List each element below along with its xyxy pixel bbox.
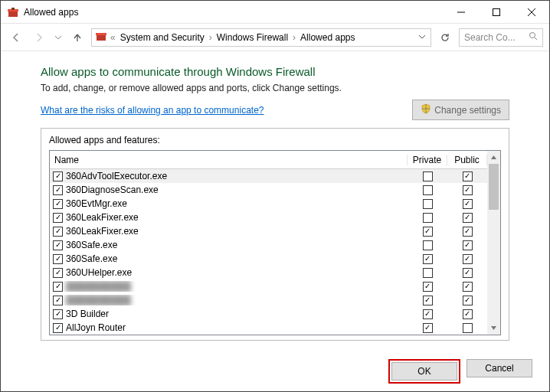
refresh-button[interactable] — [436, 28, 454, 47]
private-checkbox[interactable] — [423, 213, 433, 223]
recent-locations-button[interactable] — [53, 28, 64, 47]
page-subheading: To add, change, or remove allowed apps a… — [41, 83, 509, 93]
private-checkbox[interactable] — [423, 227, 433, 237]
public-checkbox[interactable] — [463, 213, 473, 223]
scrollbar[interactable] — [487, 151, 500, 335]
app-name: 360Safe.exe — [66, 240, 117, 250]
table-row[interactable]: 360AdvToolExecutor.exe — [50, 169, 487, 183]
enabled-checkbox[interactable] — [53, 199, 63, 209]
cancel-button[interactable]: Cancel — [467, 359, 532, 377]
public-checkbox[interactable] — [463, 240, 473, 250]
private-checkbox[interactable] — [423, 282, 433, 292]
shield-icon — [421, 103, 431, 116]
private-checkbox[interactable] — [423, 309, 433, 319]
enabled-checkbox[interactable] — [53, 296, 63, 305]
svg-rect-2 — [11, 8, 15, 10]
table-row[interactable]: AllJoyn Router — [50, 321, 487, 335]
public-checkbox[interactable] — [463, 172, 473, 181]
back-button[interactable] — [7, 28, 25, 47]
minimize-button[interactable] — [444, 1, 479, 24]
table-row[interactable]: 360Safe.exe — [50, 252, 487, 266]
app-name: ██████████ — [66, 281, 131, 292]
svg-line-10 — [535, 38, 537, 40]
app-name: 360Safe.exe — [66, 253, 117, 264]
apps-table: Name Private Public 360AdvToolExecutor.e… — [49, 150, 501, 335]
up-button[interactable] — [68, 28, 87, 47]
public-checkbox[interactable] — [463, 254, 473, 264]
address-bar[interactable]: « System and Security › Windows Firewall… — [91, 28, 431, 47]
col-public[interactable]: Public — [447, 155, 487, 165]
private-checkbox[interactable] — [423, 254, 433, 264]
breadcrumb-item[interactable]: Allowed apps — [299, 32, 356, 43]
svg-rect-8 — [96, 33, 106, 35]
scroll-thumb[interactable] — [489, 164, 499, 210]
table-row[interactable]: 360DiagnoseScan.exe — [50, 183, 487, 197]
col-name[interactable]: Name — [50, 155, 408, 165]
allowed-apps-group: Allowed apps and features: Name Private … — [41, 128, 509, 341]
private-checkbox[interactable] — [423, 185, 433, 195]
ok-button[interactable]: OK — [391, 362, 457, 381]
group-title: Allowed apps and features: — [49, 135, 501, 145]
enabled-checkbox[interactable] — [53, 185, 63, 195]
table-row[interactable]: ██████████ — [50, 293, 487, 307]
enabled-checkbox[interactable] — [53, 227, 63, 237]
search-input[interactable]: Search Co... — [459, 28, 543, 47]
close-button[interactable] — [514, 1, 549, 24]
enabled-checkbox[interactable] — [53, 172, 63, 181]
risks-link[interactable]: What are the risks of allowing an app to… — [41, 105, 264, 116]
app-name: AllJoyn Router — [66, 322, 126, 333]
change-settings-button[interactable]: Change settings — [412, 100, 509, 120]
ok-highlight: OK — [388, 359, 460, 384]
table-row[interactable]: 360LeakFixer.exe — [50, 224, 487, 238]
table-row[interactable]: 360UHelper.exe — [50, 266, 487, 279]
private-checkbox[interactable] — [423, 240, 433, 250]
enabled-checkbox[interactable] — [53, 213, 63, 223]
enabled-checkbox[interactable] — [53, 240, 63, 250]
table-row[interactable]: 360EvtMgr.exe — [50, 197, 487, 211]
table-row[interactable]: ██████████ — [50, 279, 487, 293]
private-checkbox[interactable] — [423, 268, 433, 278]
app-name: 360EvtMgr.exe — [66, 198, 127, 209]
table-row[interactable]: 3D Builder — [50, 307, 487, 321]
enabled-checkbox[interactable] — [53, 309, 63, 319]
app-name: 360LeakFixer.exe — [66, 212, 139, 223]
col-private[interactable]: Private — [408, 155, 447, 165]
page-heading: Allow apps to communicate through Window… — [41, 65, 509, 78]
search-placeholder: Search Co... — [464, 32, 516, 43]
address-dropdown[interactable] — [417, 32, 427, 43]
titlebar: Allowed apps — [1, 1, 549, 24]
enabled-checkbox[interactable] — [53, 323, 63, 333]
private-checkbox[interactable] — [423, 323, 433, 333]
enabled-checkbox[interactable] — [53, 282, 63, 292]
enabled-checkbox[interactable] — [53, 268, 63, 278]
app-name: 360DiagnoseScan.exe — [66, 185, 159, 195]
change-settings-label: Change settings — [434, 105, 501, 116]
dialog-footer: OK Cancel — [388, 359, 532, 384]
public-checkbox[interactable] — [463, 323, 473, 333]
scroll-track[interactable] — [487, 164, 500, 322]
table-row[interactable]: 360Safe.exe — [50, 238, 487, 252]
enabled-checkbox[interactable] — [53, 254, 63, 264]
public-checkbox[interactable] — [463, 309, 473, 319]
maximize-button[interactable] — [479, 1, 514, 24]
public-checkbox[interactable] — [463, 227, 473, 237]
public-checkbox[interactable] — [463, 199, 473, 209]
public-checkbox[interactable] — [463, 185, 473, 195]
scroll-down-button[interactable] — [487, 322, 500, 335]
content-area: Allow apps to communicate through Window… — [1, 51, 549, 341]
scroll-up-button[interactable] — [487, 151, 500, 164]
public-checkbox[interactable] — [463, 296, 473, 305]
private-checkbox[interactable] — [423, 172, 433, 181]
forward-button[interactable] — [30, 28, 48, 47]
svg-rect-4 — [493, 8, 500, 15]
private-checkbox[interactable] — [423, 199, 433, 209]
public-checkbox[interactable] — [463, 282, 473, 292]
chevron-right-icon: › — [291, 32, 297, 43]
table-body: 360AdvToolExecutor.exe360DiagnoseScan.ex… — [50, 169, 487, 335]
table-row[interactable]: 360LeakFixer.exe — [50, 211, 487, 224]
chevron-right-icon: › — [208, 32, 214, 43]
breadcrumb-item[interactable]: Windows Firewall — [215, 32, 290, 43]
private-checkbox[interactable] — [423, 296, 433, 305]
public-checkbox[interactable] — [463, 268, 473, 278]
breadcrumb-item[interactable]: System and Security — [119, 32, 206, 43]
